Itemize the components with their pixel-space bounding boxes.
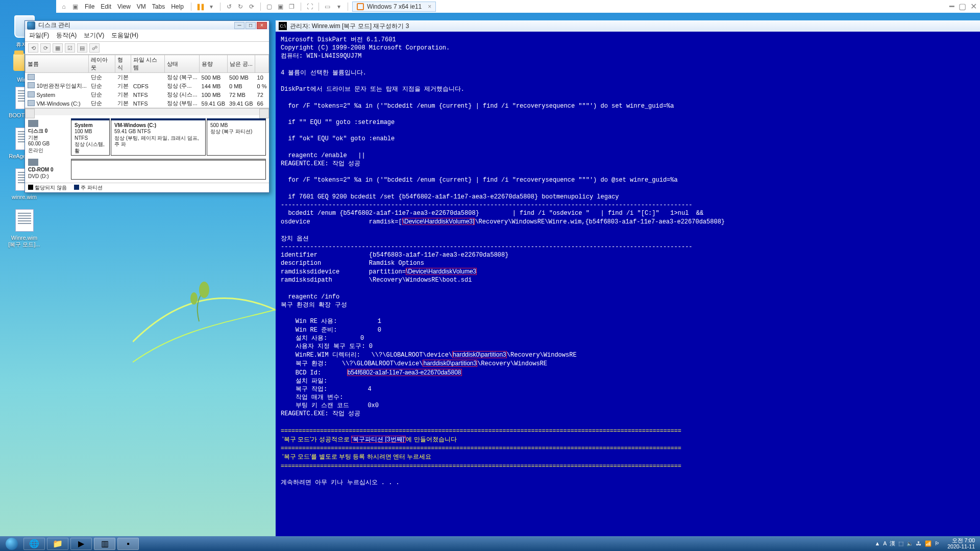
tray-icon-4[interactable]: 🔈	[906, 540, 913, 546]
disk0-type: 기본	[28, 135, 69, 141]
volume-grid[interactable]: 볼륨레이아웃형식파일 시스템상태용량남은 공... 단순기본정상 (복구...5…	[25, 55, 269, 108]
cmd-window: C:\ 관리자: Winre.wim [복구 모드] 재구성하기 3 Micro…	[276, 20, 980, 536]
taskbar-diskmgmt[interactable]: ▥	[94, 538, 115, 550]
volume-row[interactable]: VM-Windows (C:)단순기본NTFS정상 (부팅...59.41 GB…	[26, 99, 269, 108]
vm-menu-file[interactable]: File	[82, 2, 97, 11]
part-sys-size: 100 MB NTFS	[75, 129, 92, 141]
vm-console-icon[interactable]: ▭	[323, 2, 332, 11]
cell: NTFS	[131, 99, 165, 108]
clock-date: 2020-11-11	[947, 544, 975, 550]
partition-cd[interactable]	[71, 159, 266, 180]
cell: 66	[255, 99, 269, 108]
vm-lib-icon[interactable]: ▣	[70, 2, 80, 11]
diskmgmt-titlebar[interactable]: 디스크 관리 ─ □ ×	[25, 21, 269, 30]
diskmgmt-min-button[interactable]: ─	[234, 22, 244, 29]
cell: 39.41 GB	[227, 99, 255, 108]
disk0-size: 60.00 GB	[28, 141, 69, 147]
vm-menu-edit[interactable]: Edit	[97, 2, 114, 11]
tray-icon-1[interactable]: A	[883, 540, 887, 546]
vm-menu-help[interactable]: Help	[168, 2, 187, 11]
vm-unity-icon[interactable]: ❐	[287, 2, 297, 11]
taskbar-cmd[interactable]: ▪	[117, 538, 139, 550]
diskmgmt-max-button[interactable]: □	[246, 22, 256, 29]
cell: 정상 (부팅...	[165, 99, 200, 108]
vm-min-icon[interactable]: ━	[949, 2, 954, 11]
vm-home-icon[interactable]: ⌂	[59, 2, 68, 11]
tray-icon-0[interactable]: ▲	[875, 540, 880, 546]
volume-grid-hscroll[interactable]	[25, 108, 269, 115]
diskmgmt-menu-item[interactable]: 동작(A)	[56, 31, 77, 40]
vm-dropdown-icon[interactable]: ▾	[207, 2, 216, 11]
cmd-output[interactable]: Microsoft DiskPart 버전 6.1.7601 Copyright…	[276, 32, 980, 536]
vm-close-icon[interactable]: ✕	[970, 2, 977, 11]
diskmgmt-tool-4[interactable]: ▤	[77, 43, 87, 53]
vm-fit2-icon[interactable]: ▣	[276, 2, 285, 11]
diskmgmt-close-button[interactable]: ×	[257, 22, 267, 29]
column-header[interactable]: 남은 공...	[227, 55, 255, 73]
column-header[interactable]: 레이아웃	[89, 55, 115, 73]
desktop-icon-winre-recov[interactable]: Winre.wim [복구 모드]...	[5, 208, 43, 248]
diskmgmt-menu-item[interactable]: 파일(F)	[29, 31, 49, 40]
column-header[interactable]: 파일 시스템	[131, 55, 165, 73]
volume-row[interactable]: System단순기본NTFS정상 (시스...100 MB72 MB72	[26, 90, 269, 99]
vm-full-icon[interactable]: ⛶	[305, 2, 314, 11]
cell: VM-Windows (C:)	[26, 99, 89, 108]
vm-fit-icon[interactable]: ▢	[265, 2, 274, 11]
partition-vmwindows[interactable]: VM-Windows (C:) 59.41 GB NTFS 정상 (부팅, 페이…	[111, 118, 206, 156]
vm-tab-windows7[interactable]: Windows 7 x64 ie11 ×	[352, 2, 436, 12]
tray-icon-5[interactable]: 🖧	[916, 540, 922, 546]
volume-row[interactable]: 10번완전무인설치...단순기본CDFS정상 (주...144 MB0 MB0 …	[26, 82, 269, 90]
vm-max-icon[interactable]: ▢	[959, 2, 966, 11]
column-header[interactable]: 볼륨	[26, 55, 89, 73]
desktop-icon-label: Winre.wim [복구 모드]...	[5, 235, 43, 248]
taskbar-explorer[interactable]: 📁	[47, 538, 68, 550]
volume-row[interactable]: 단순기본정상 (복구...500 MB500 MB10	[26, 73, 269, 82]
diskmgmt-tool-3[interactable]: ☑	[65, 43, 75, 53]
diskmgmt-tool-5[interactable]: ☍	[89, 43, 100, 53]
cell: 10번완전무인설치...	[26, 82, 89, 90]
taskbar-wmp[interactable]: ▶	[70, 538, 92, 550]
partition-system[interactable]: System 100 MB NTFS 정상 (시스템, 활	[71, 118, 110, 156]
svg-point-0	[199, 282, 209, 298]
vm-menu-vm[interactable]: VM	[134, 2, 149, 11]
vm-snap2-icon[interactable]: ↻	[236, 2, 245, 11]
legend-primary: 주 파티션	[81, 185, 103, 190]
cell: 59.41 GB	[200, 99, 227, 108]
cell: 500 MB	[200, 73, 227, 82]
column-header[interactable]	[255, 55, 269, 73]
diskmgmt-tool-2[interactable]: ▦	[53, 43, 63, 53]
vm-snapshot-icon[interactable]: ↺	[225, 2, 234, 11]
cell: 정상 (시스...	[165, 90, 200, 99]
taskbar-clock[interactable]: 오전 7:00 2020-11-11	[947, 538, 975, 549]
vm-menu-view[interactable]: View	[114, 2, 134, 11]
vm-snap3-icon[interactable]: ⟳	[247, 2, 256, 11]
desktop-icon-label: winre.wim	[5, 194, 43, 200]
vm-menu-tabs[interactable]: Tabs	[149, 2, 168, 11]
taskbar-ie[interactable]: 🌐	[23, 538, 45, 550]
diskmgmt-tool-1[interactable]: ⟳	[40, 43, 51, 53]
disk0-title: 디스크 0	[28, 128, 69, 135]
tray-icon-7[interactable]: 🏳	[935, 540, 940, 546]
vm-tab-close-icon[interactable]: ×	[428, 3, 431, 10]
tray-icon-3[interactable]: ⬚	[898, 540, 903, 546]
cell: 0 %	[255, 82, 269, 90]
diskmgmt-menu-item[interactable]: 보기(V)	[84, 31, 104, 40]
diskmgmt-toolbar: ⟲⟳▦☑▤☍	[25, 42, 269, 55]
column-header[interactable]: 용량	[200, 55, 227, 73]
cell: 정상 (복구...	[165, 73, 200, 82]
diskmgmt-tool-0[interactable]: ⟲	[28, 43, 38, 53]
cmd-titlebar[interactable]: C:\ 관리자: Winre.wim [복구 모드] 재구성하기 3	[276, 20, 980, 32]
column-header[interactable]: 상태	[165, 55, 200, 73]
diskmgmt-app-icon	[27, 21, 35, 30]
tray-icon-6[interactable]: 📶	[925, 540, 932, 546]
diskmgmt-menu-item[interactable]: 도움말(H)	[111, 31, 138, 40]
partition-recovery[interactable]: 500 MB 정상 (복구 파티션)	[207, 118, 266, 156]
disk-management-window: 디스크 관리 ─ □ × 파일(F)동작(A)보기(V)도움말(H) ⟲⟳▦☑▤…	[24, 20, 270, 193]
column-header[interactable]: 형식	[115, 55, 131, 73]
vm-pause-button[interactable]: ❚❚	[195, 2, 205, 11]
vm-drop2-icon[interactable]: ▾	[334, 2, 344, 11]
legend-unalloc: 할당되지 않음	[35, 185, 67, 190]
cell: 72 MB	[227, 90, 255, 99]
start-button[interactable]	[2, 537, 21, 551]
tray-icon-2[interactable]: 漢	[890, 540, 895, 546]
